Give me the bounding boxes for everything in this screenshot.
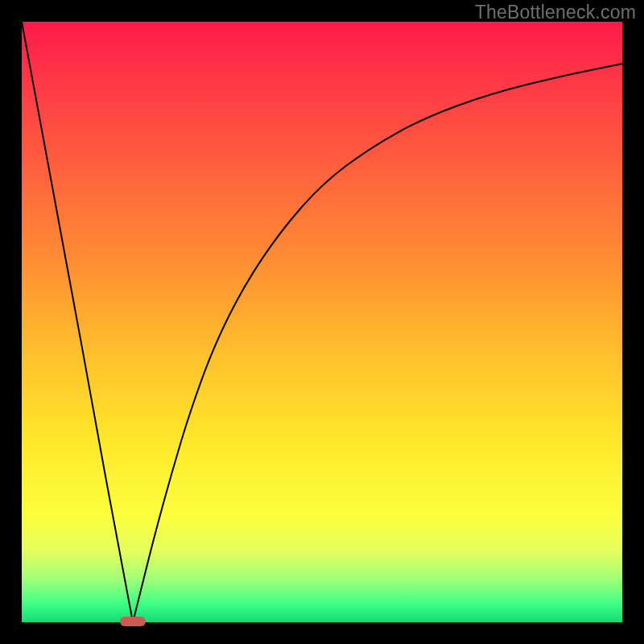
curve-layer (22, 22, 622, 622)
chart-frame: TheBottleneck.com (0, 0, 644, 644)
plot-area (22, 22, 622, 622)
watermark-label: TheBottleneck.com (475, 2, 636, 23)
minimum-marker (120, 617, 146, 626)
bottleneck-curve (22, 22, 622, 622)
